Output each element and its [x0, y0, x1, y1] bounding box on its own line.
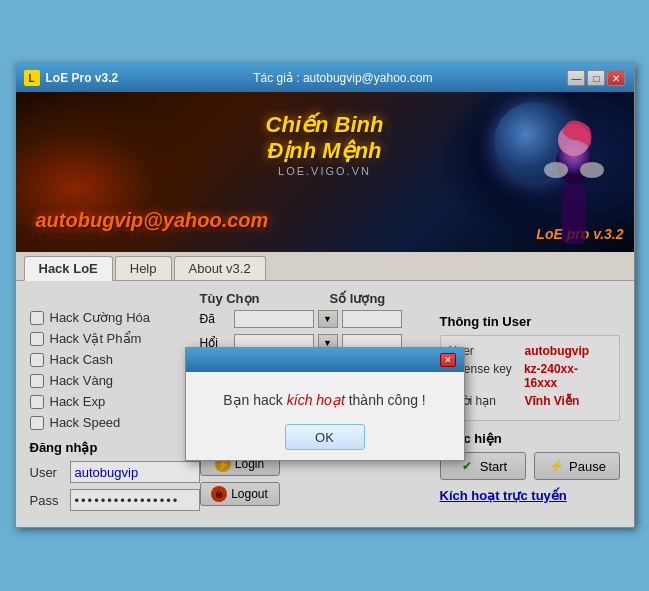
game-title-line1: Chiến Binh: [266, 112, 384, 138]
svg-point-3: [580, 162, 604, 178]
tabs-bar: Hack LoE Help About v3.2: [16, 252, 634, 281]
title-bar-center: Tác giả : autobugvip@yahoo.com: [253, 71, 432, 85]
tab-hack-loe[interactable]: Hack LoE: [24, 256, 113, 281]
author-label: Tác giả : autobugvip@yahoo.com: [253, 71, 432, 85]
app-icon: L: [24, 70, 40, 86]
dialog-overlay: ✕ Bạn hack kích hoạt thành công ! OK: [16, 281, 634, 527]
banner-email: autobugvip@yahoo.com: [36, 209, 269, 232]
dialog-title-bar: ✕: [186, 348, 464, 372]
warrior-svg: [474, 102, 634, 252]
restore-button[interactable]: □: [587, 70, 605, 86]
close-button[interactable]: ✕: [607, 70, 625, 86]
dialog-message-highlight: kích hoạt: [287, 392, 345, 408]
tab-help[interactable]: Help: [115, 256, 172, 280]
banner: Chiến Binh Định Mệnh LOE.VIGO.VN autobug…: [16, 92, 634, 252]
minimize-button[interactable]: —: [567, 70, 585, 86]
dialog-close-button[interactable]: ✕: [440, 353, 456, 367]
dialog-ok-label: OK: [315, 430, 334, 445]
dialog-body: Bạn hack kích hoạt thành công ! OK: [186, 372, 464, 460]
window-title: LoE Pro v3.2: [46, 71, 119, 85]
dialog-message-before: Bạn hack: [223, 392, 286, 408]
dialog-message: Bạn hack kích hoạt thành công !: [206, 392, 444, 408]
title-bar-left: L LoE Pro v3.2: [24, 70, 119, 86]
svg-point-2: [544, 162, 568, 178]
dialog-message-after: thành công !: [345, 392, 426, 408]
banner-title: Chiến Binh Định Mệnh LOE.VIGO.VN: [266, 112, 384, 177]
game-subtitle: LOE.VIGO.VN: [266, 165, 384, 177]
main-content: Tùy Chọn Số lượng Hack Cường Hóa Hack Vậ…: [16, 281, 634, 527]
main-window: L LoE Pro v3.2 Tác giả : autobugvip@yaho…: [15, 63, 635, 528]
svg-rect-4: [562, 184, 586, 244]
title-bar-controls: — □ ✕: [567, 70, 625, 86]
game-title-line2: Định Mệnh: [266, 138, 384, 164]
tab-about[interactable]: About v3.2: [174, 256, 266, 280]
title-bar: L LoE Pro v3.2 Tác giả : autobugvip@yaho…: [16, 64, 634, 92]
dialog: ✕ Bạn hack kích hoạt thành công ! OK: [185, 347, 465, 461]
dialog-ok-button[interactable]: OK: [285, 424, 365, 450]
